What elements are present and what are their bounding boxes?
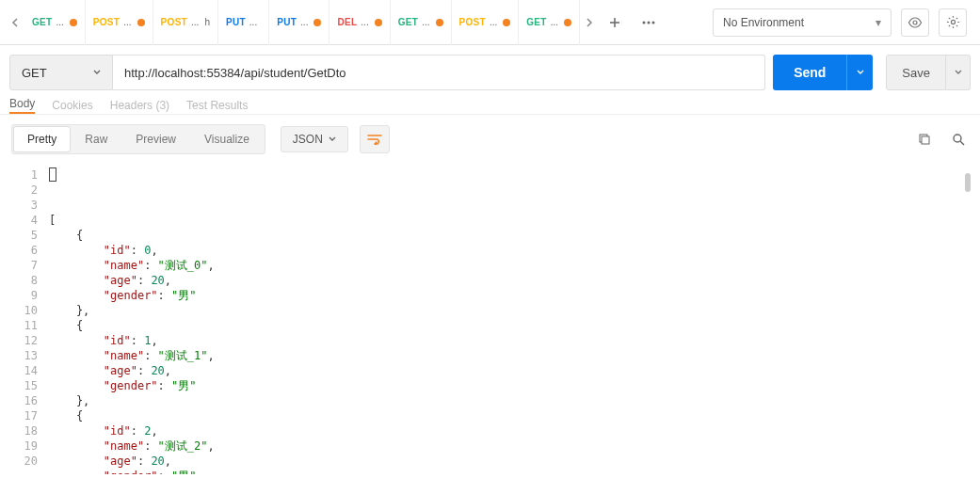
tab-method-label: GET bbox=[526, 17, 546, 27]
line-number: 1 bbox=[0, 167, 38, 183]
request-tab[interactable]: DEL... bbox=[329, 0, 390, 45]
line-number: 13 bbox=[0, 348, 38, 363]
code-line: { bbox=[49, 228, 980, 243]
unsaved-indicator-icon bbox=[375, 19, 382, 26]
caret-down-icon bbox=[329, 136, 336, 142]
request-bar: GET Send Save bbox=[0, 45, 980, 100]
unsaved-indicator-icon bbox=[137, 19, 145, 26]
tab-method-label: GET bbox=[398, 17, 418, 27]
code-line: "id": 1, bbox=[49, 333, 980, 348]
subtab-tests[interactable]: Test Results bbox=[186, 99, 248, 112]
tab-title-ellipsis: ... bbox=[300, 17, 308, 27]
unsaved-indicator-icon bbox=[436, 19, 443, 26]
send-dropdown[interactable] bbox=[846, 55, 873, 90]
line-number: 4 bbox=[0, 213, 38, 228]
svg-point-2 bbox=[652, 21, 655, 24]
tab-method-label: PUT bbox=[226, 17, 246, 27]
subtab-body[interactable]: Body bbox=[9, 97, 35, 114]
line-number: 9 bbox=[0, 288, 38, 303]
tab-method-label: GET bbox=[32, 17, 52, 27]
tab-method-label: PUT bbox=[277, 17, 297, 27]
subtab-cookies[interactable]: Cookies bbox=[52, 99, 92, 112]
request-url-input[interactable] bbox=[113, 55, 765, 90]
line-number: 11 bbox=[0, 318, 38, 333]
send-button[interactable]: Send bbox=[773, 55, 846, 90]
code-line: "age": 20, bbox=[49, 454, 980, 469]
request-tab[interactable]: GET... bbox=[391, 0, 452, 45]
http-method-value: GET bbox=[22, 66, 93, 80]
tab-method-label: POST bbox=[161, 17, 187, 27]
tab-method-label: POST bbox=[459, 17, 486, 27]
code-line: "gender": "男" bbox=[49, 288, 980, 303]
view-preview-button[interactable]: Preview bbox=[122, 127, 189, 151]
tab-scroll-right[interactable] bbox=[580, 0, 599, 45]
svg-point-4 bbox=[951, 20, 955, 24]
svg-point-1 bbox=[648, 21, 651, 24]
svg-point-7 bbox=[954, 135, 961, 142]
view-mode-group: Pretty Raw Preview Visualize bbox=[11, 124, 265, 154]
caret-down-icon: ▾ bbox=[876, 16, 881, 29]
environment-quick-look[interactable] bbox=[901, 8, 929, 37]
scrollbar-thumb[interactable] bbox=[965, 173, 971, 192]
tab-method-label: POST bbox=[93, 17, 120, 27]
line-number: 14 bbox=[0, 363, 38, 378]
subtab-headers[interactable]: Headers (3) bbox=[110, 99, 169, 112]
request-tab[interactable]: POST... bbox=[452, 0, 520, 45]
unsaved-indicator-icon bbox=[70, 19, 77, 26]
line-number: 3 bbox=[0, 198, 38, 213]
line-number: 8 bbox=[0, 273, 38, 288]
code-line: }, bbox=[49, 303, 980, 318]
request-tab[interactable]: POST...h bbox=[153, 0, 218, 45]
save-dropdown[interactable] bbox=[946, 55, 971, 90]
unsaved-indicator-icon bbox=[564, 19, 571, 26]
request-tab[interactable]: POST... bbox=[86, 0, 153, 45]
code-line: { bbox=[49, 408, 980, 423]
code-line: [ bbox=[49, 213, 980, 228]
save-button[interactable]: Save bbox=[886, 55, 946, 90]
view-raw-button[interactable]: Raw bbox=[72, 127, 120, 151]
environment-select[interactable]: No Environment ▾ bbox=[713, 8, 892, 37]
line-number: 7 bbox=[0, 258, 38, 273]
tab-title-ellipsis: ... bbox=[551, 17, 558, 27]
request-tab[interactable]: GET... bbox=[24, 0, 86, 45]
svg-rect-6 bbox=[922, 136, 929, 144]
code-line: }, bbox=[49, 393, 980, 408]
tab-title-ellipsis: ... bbox=[422, 17, 429, 27]
view-visualize-button[interactable]: Visualize bbox=[191, 127, 263, 151]
settings-button[interactable] bbox=[939, 8, 967, 37]
copy-response-button[interactable] bbox=[914, 129, 935, 150]
code-line: "name": "测试_1", bbox=[49, 348, 980, 363]
format-value: JSON bbox=[293, 133, 323, 146]
code-content: [ { "id": 0, "name": "测试_0", "age": 20, … bbox=[49, 167, 980, 470]
tab-title-ellipsis: ... bbox=[56, 17, 63, 27]
request-tab[interactable]: PUT... bbox=[269, 0, 329, 45]
code-line: "id": 0, bbox=[49, 243, 980, 258]
code-line: "age": 20, bbox=[49, 273, 980, 288]
tab-overflow-menu[interactable] bbox=[638, 12, 659, 33]
wrap-lines-button[interactable] bbox=[360, 125, 390, 153]
new-tab-button[interactable] bbox=[604, 12, 625, 33]
format-select[interactable]: JSON bbox=[281, 126, 348, 152]
http-method-dropdown[interactable]: GET bbox=[9, 55, 113, 90]
search-response-button[interactable] bbox=[948, 129, 969, 150]
svg-point-0 bbox=[643, 21, 646, 24]
request-tab[interactable]: GET... bbox=[519, 0, 580, 45]
code-line: "name": "测试_2", bbox=[49, 438, 980, 454]
code-line: "gender": "男" bbox=[49, 378, 980, 393]
vertical-scrollbar[interactable] bbox=[965, 169, 971, 461]
view-pretty-button[interactable]: Pretty bbox=[14, 127, 70, 151]
response-subtabs: Body Cookies Headers (3) Test Results bbox=[0, 96, 980, 115]
request-tab[interactable]: PUT... bbox=[218, 0, 269, 45]
tab-scroll-left[interactable] bbox=[6, 0, 24, 45]
tab-method-label: DEL bbox=[337, 17, 357, 27]
line-number: 2 bbox=[0, 183, 38, 198]
response-body-editor[interactable]: 1234567891011121314151617181920 [ { "id"… bbox=[0, 164, 980, 474]
topbar: GET...POST...POST...hPUT...PUT...DEL...G… bbox=[0, 0, 980, 45]
line-number: 16 bbox=[0, 393, 38, 408]
response-toolbar: Pretty Raw Preview Visualize JSON bbox=[0, 115, 980, 164]
line-number: 20 bbox=[0, 454, 38, 469]
unsaved-indicator-icon bbox=[503, 19, 510, 26]
line-number: 6 bbox=[0, 243, 38, 258]
code-line: "id": 2, bbox=[49, 423, 980, 438]
tab-title-ellipsis: ... bbox=[490, 17, 497, 27]
